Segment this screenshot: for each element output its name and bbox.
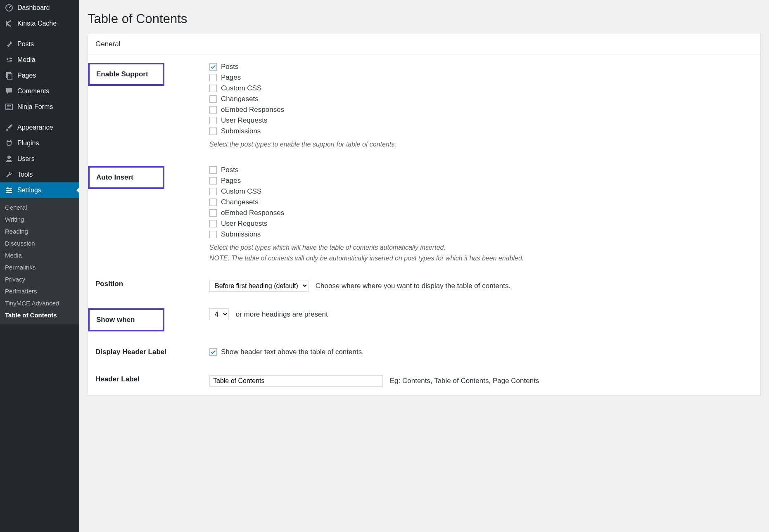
main-content: Table of Contents General Enable Support…	[79, 0, 769, 532]
comment-icon	[5, 87, 13, 95]
sidebar-label: Appearance	[17, 124, 53, 131]
submenu-general[interactable]: General	[0, 201, 79, 213]
display-header-text: Show header text above the table of cont…	[221, 348, 364, 356]
sidebar-label: Settings	[17, 187, 41, 194]
cb-enable-pages[interactable]	[209, 74, 217, 81]
sidebar-label: Ninja Forms	[17, 103, 53, 111]
plug-icon	[5, 139, 13, 147]
cb-label: oEmbed Responses	[221, 106, 284, 114]
submenu-permalinks[interactable]: Permalinks	[0, 261, 79, 273]
sidebar-label: Posts	[17, 40, 34, 48]
row-position: Position Before first heading (default) …	[88, 272, 760, 300]
row-header-label: Header Label Eg: Contents, Table of Cont…	[88, 367, 760, 395]
submenu-perfmatters[interactable]: Perfmatters	[0, 285, 79, 297]
svg-point-8	[7, 192, 9, 193]
sidebar-label: Plugins	[17, 140, 39, 147]
label-position: Position	[95, 280, 209, 288]
cb-label: Submissions	[221, 127, 261, 135]
label-header-label: Header Label	[95, 375, 209, 383]
form-icon	[5, 103, 13, 111]
svg-point-1	[7, 58, 8, 60]
sidebar-item-dashboard[interactable]: Dashboard	[0, 0, 79, 16]
cb-auto-submissions[interactable]	[209, 231, 217, 238]
settings-submenu: General Writing Reading Discussion Media…	[0, 198, 79, 324]
cb-auto-userreq[interactable]	[209, 220, 217, 227]
auto-insert-options: Posts Pages Custom CSS Changesets oEmbed…	[209, 166, 753, 263]
select-position[interactable]: Before first heading (default)	[209, 280, 309, 292]
sidebar-item-tools[interactable]: Tools	[0, 167, 79, 182]
label-enable-support: Enable Support	[88, 63, 164, 86]
row-auto-insert: Auto Insert Posts Pages Custom CSS Chang…	[88, 158, 760, 272]
cb-label: Posts	[221, 166, 239, 174]
sidebar-item-plugins[interactable]: Plugins	[0, 135, 79, 151]
cb-auto-posts[interactable]	[209, 166, 217, 174]
cb-label: oEmbed Responses	[221, 209, 284, 217]
position-hint: Choose where where you want to display t…	[316, 282, 511, 290]
sidebar-item-settings[interactable]: Settings	[0, 182, 79, 198]
sidebar-label: Users	[17, 155, 35, 163]
sidebar-item-appearance[interactable]: Appearance	[0, 120, 79, 135]
media-icon	[5, 56, 13, 64]
cb-label: User Requests	[221, 220, 267, 228]
enable-support-options: Posts Pages Custom CSS Changesets oEmbed…	[209, 63, 753, 149]
sidebar-label: Pages	[17, 72, 36, 79]
cb-label: Posts	[221, 63, 239, 71]
submenu-toc[interactable]: Table of Contents	[0, 309, 79, 321]
sidebar-label: Tools	[17, 171, 33, 178]
cb-enable-submissions[interactable]	[209, 128, 217, 135]
input-header-label[interactable]	[209, 375, 383, 387]
page-icon	[5, 71, 13, 80]
cb-auto-pages[interactable]	[209, 177, 217, 184]
pin-icon	[5, 40, 13, 48]
cb-enable-userreq[interactable]	[209, 117, 217, 124]
tab-general[interactable]: General	[88, 34, 760, 54]
cb-enable-customcss[interactable]	[209, 85, 217, 92]
cb-label: Pages	[221, 73, 241, 82]
user-icon	[5, 155, 13, 163]
sidebar-item-posts[interactable]: Posts	[0, 36, 79, 52]
sidebar-label: Media	[17, 56, 36, 64]
submenu-writing[interactable]: Writing	[0, 213, 79, 225]
cb-auto-customcss[interactable]	[209, 188, 217, 195]
label-display-header: Display Header Label	[95, 348, 209, 356]
sidebar-item-media[interactable]: Media	[0, 52, 79, 68]
submenu-media[interactable]: Media	[0, 249, 79, 261]
cb-label: Pages	[221, 177, 241, 185]
submenu-discussion[interactable]: Discussion	[0, 237, 79, 249]
cb-label: Custom CSS	[221, 187, 261, 196]
sliders-icon	[5, 186, 13, 194]
header-label-hint: Eg: Contents, Table of Contents, Page Co…	[390, 377, 539, 385]
sidebar-label: Kinsta Cache	[17, 20, 57, 27]
row-display-header: Display Header Label Show header text ab…	[88, 340, 760, 367]
sidebar-item-comments[interactable]: Comments	[0, 83, 79, 99]
dashboard-icon	[5, 4, 13, 12]
sidebar-item-ninjaforms[interactable]: Ninja Forms	[0, 99, 79, 115]
cb-label: Custom CSS	[221, 84, 261, 92]
admin-sidebar: Dashboard Kinsta Cache Posts Media Pages…	[0, 0, 79, 532]
cb-enable-changesets[interactable]	[209, 95, 217, 103]
label-show-when: Show when	[88, 308, 164, 331]
cb-enable-posts[interactable]	[209, 63, 217, 71]
auto-insert-desc2: NOTE: The table of contents will only be…	[209, 253, 753, 263]
cb-auto-changesets[interactable]	[209, 199, 217, 206]
auto-insert-desc1: Select the post types which will have th…	[209, 243, 753, 253]
label-auto-insert: Auto Insert	[88, 166, 164, 189]
svg-point-6	[7, 187, 9, 189]
sidebar-item-users[interactable]: Users	[0, 151, 79, 167]
submenu-reading[interactable]: Reading	[0, 225, 79, 237]
brush-icon	[5, 123, 13, 132]
cb-display-header[interactable]	[209, 348, 217, 356]
sidebar-item-kinsta[interactable]: Kinsta Cache	[0, 16, 79, 31]
show-when-hint: or more headings are present	[236, 310, 328, 318]
kinsta-icon	[5, 19, 13, 28]
submenu-tinymce[interactable]: TinyMCE Advanced	[0, 297, 79, 309]
cb-auto-oembed[interactable]	[209, 209, 217, 217]
sidebar-item-pages[interactable]: Pages	[0, 68, 79, 83]
enable-support-desc: Select the post types to enable the supp…	[209, 140, 753, 149]
page-title: Table of Contents	[88, 12, 761, 26]
submenu-privacy[interactable]: Privacy	[0, 273, 79, 285]
select-show-when[interactable]: 4	[209, 308, 229, 320]
sidebar-label: Dashboard	[17, 4, 50, 12]
wrench-icon	[5, 170, 13, 179]
cb-enable-oembed[interactable]	[209, 106, 217, 113]
